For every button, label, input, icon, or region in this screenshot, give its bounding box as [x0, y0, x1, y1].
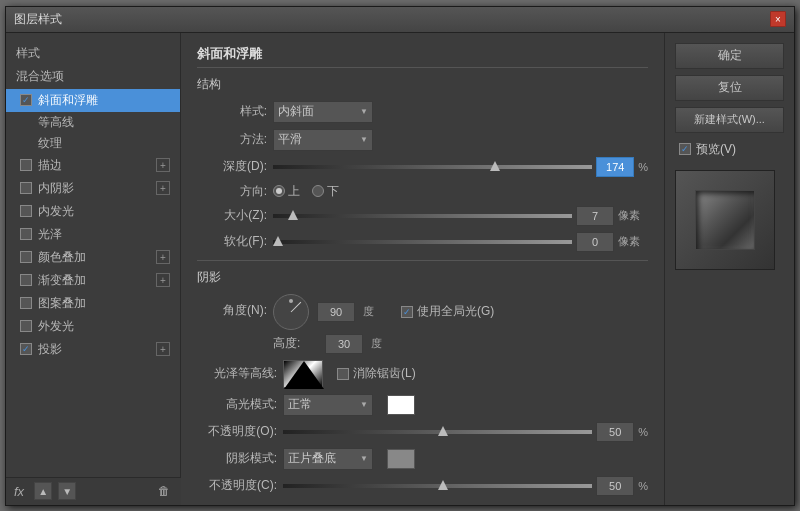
direction-radio-group: 上 下 — [273, 183, 339, 200]
depth-input[interactable]: 174 — [596, 157, 634, 177]
style-row: 样式: 内斜面 — [197, 101, 648, 123]
gloss-contour-preview[interactable] — [283, 360, 323, 388]
sidebar-item-satin[interactable]: 光泽 — [6, 223, 180, 246]
outer-glow-checkbox[interactable] — [20, 320, 32, 332]
shadow-opacity-unit: % — [638, 480, 648, 492]
sidebar-item-bevel[interactable]: 斜面和浮雕 — [6, 89, 180, 112]
gradient-overlay-add-btn[interactable]: + — [156, 273, 170, 287]
size-input[interactable]: 7 — [576, 206, 614, 226]
drop-shadow-add-btn[interactable]: + — [156, 342, 170, 356]
shadow-mode-dropdown[interactable]: 正片叠底 — [283, 448, 373, 470]
sidebar-item-texture[interactable]: 纹理 — [6, 133, 180, 154]
highlight-color-swatch[interactable] — [387, 395, 415, 415]
highlight-opacity-input[interactable]: 50 — [596, 422, 634, 442]
color-overlay-label: 颜色叠加 — [38, 249, 86, 266]
depth-slider[interactable] — [273, 165, 592, 169]
stroke-label: 描边 — [38, 157, 62, 174]
global-light-checkbox-item[interactable]: 使用全局光(G) — [401, 303, 494, 320]
shadow-opacity-input[interactable]: 50 — [596, 476, 634, 496]
drop-shadow-checkbox[interactable] — [20, 343, 32, 355]
dialog-layer-style: 图层样式 × 样式 混合选项 斜面和浮雕 等高线 — [5, 6, 795, 506]
preview-checkbox-item[interactable]: 预览(V) — [675, 139, 784, 160]
style-dropdown[interactable]: 内斜面 — [273, 101, 373, 123]
shadow-color-swatch[interactable] — [387, 449, 415, 469]
angle-label: 角度(N): — [197, 294, 267, 319]
stroke-checkbox[interactable] — [20, 159, 32, 171]
preview-checkbox[interactable] — [679, 143, 691, 155]
sidebar-item-outer-glow[interactable]: 外发光 — [6, 315, 180, 338]
depth-row: 深度(D): 174 % — [197, 157, 648, 177]
satin-checkbox[interactable] — [20, 228, 32, 240]
sidebar-item-gradient-overlay[interactable]: 渐变叠加 + — [6, 269, 180, 292]
size-unit: 像素 — [618, 208, 648, 223]
shadow-mode-value: 正片叠底 — [288, 450, 336, 467]
satin-label: 光泽 — [38, 226, 62, 243]
anti-alias-item[interactable]: 消除锯齿(L) — [337, 365, 416, 382]
dialog-title: 图层样式 — [14, 11, 62, 28]
soften-label: 软化(F): — [197, 233, 267, 250]
close-button[interactable]: × — [770, 11, 786, 27]
section-divider-1 — [197, 260, 648, 261]
soften-unit: 像素 — [618, 234, 648, 249]
shadow-opacity-slider[interactable] — [283, 484, 592, 488]
inner-shadow-add-btn[interactable]: + — [156, 181, 170, 195]
size-slider[interactable] — [273, 214, 572, 218]
bevel-checkbox[interactable] — [20, 94, 32, 106]
sidebar-item-inner-shadow[interactable]: 内阴影 + — [6, 177, 180, 200]
preview-label: 预览(V) — [696, 141, 736, 158]
highlight-opacity-slider[interactable] — [283, 430, 592, 434]
stroke-add-btn[interactable]: + — [156, 158, 170, 172]
direction-up-radio[interactable]: 上 — [273, 183, 300, 200]
color-overlay-add-btn[interactable]: + — [156, 250, 170, 264]
fx-up-btn[interactable]: ▲ — [34, 482, 52, 500]
altitude-input[interactable]: 30 — [325, 334, 363, 354]
gradient-overlay-checkbox[interactable] — [20, 274, 32, 286]
fx-down-btn[interactable]: ▼ — [58, 482, 76, 500]
style-value: 内斜面 — [278, 103, 314, 120]
global-light-checkbox[interactable] — [401, 306, 413, 318]
pattern-overlay-checkbox[interactable] — [20, 297, 32, 309]
sidebar-item-pattern-overlay[interactable]: 图案叠加 — [6, 292, 180, 315]
angle-unit: 度 — [363, 304, 393, 319]
method-dropdown[interactable]: 平滑 — [273, 129, 373, 151]
direction-row: 方向: 上 下 — [197, 183, 648, 200]
sidebar-item-inner-glow[interactable]: 内发光 — [6, 200, 180, 223]
main-panel: 斜面和浮雕 结构 样式: 内斜面 方法: 平滑 深度(D): — [181, 33, 664, 505]
highlight-mode-row: 高光模式: 正常 — [197, 394, 648, 416]
sidebar-item-drop-shadow[interactable]: 投影 + — [6, 338, 180, 361]
fx-delete-btn[interactable]: 🗑 — [155, 482, 173, 500]
fx-bar: fx ▲ ▼ 🗑 — [6, 477, 181, 505]
preview-square — [695, 190, 755, 250]
sidebar-item-color-overlay[interactable]: 颜色叠加 + — [6, 246, 180, 269]
soften-input[interactable]: 0 — [576, 232, 614, 252]
new-style-button[interactable]: 新建样式(W)... — [675, 107, 784, 133]
highlight-mode-value: 正常 — [288, 396, 312, 413]
sidebar-item-stroke[interactable]: 描边 + — [6, 154, 180, 177]
depth-slider-thumb — [490, 161, 500, 171]
soften-slider[interactable] — [273, 240, 572, 244]
fx-label: fx — [14, 484, 24, 499]
highlight-mode-dropdown[interactable]: 正常 — [283, 394, 373, 416]
inner-glow-label: 内发光 — [38, 203, 74, 220]
texture-label: 纹理 — [38, 135, 62, 152]
blend-options-label[interactable]: 混合选项 — [6, 64, 180, 89]
anti-alias-checkbox[interactable] — [337, 368, 349, 380]
color-overlay-checkbox[interactable] — [20, 251, 32, 263]
direction-down-radio[interactable]: 下 — [312, 183, 339, 200]
reset-button[interactable]: 复位 — [675, 75, 784, 101]
inner-shadow-checkbox[interactable] — [20, 182, 32, 194]
style-label: 样式: — [197, 103, 267, 120]
method-value: 平滑 — [278, 131, 302, 148]
title-bar: 图层样式 × — [6, 7, 794, 33]
contour-label: 等高线 — [38, 114, 74, 131]
angle-dial[interactable] — [273, 294, 309, 330]
direction-down-label: 下 — [327, 183, 339, 200]
gloss-contour-row: 光泽等高线: 消除锯齿(L) — [197, 360, 648, 388]
ok-button[interactable]: 确定 — [675, 43, 784, 69]
sidebar-item-contour[interactable]: 等高线 — [6, 112, 180, 133]
depth-unit: % — [638, 161, 648, 173]
inner-glow-checkbox[interactable] — [20, 205, 32, 217]
dialog-body: 样式 混合选项 斜面和浮雕 等高线 — [6, 33, 794, 505]
highlight-opacity-thumb — [438, 426, 448, 436]
angle-input[interactable]: 90 — [317, 302, 355, 322]
